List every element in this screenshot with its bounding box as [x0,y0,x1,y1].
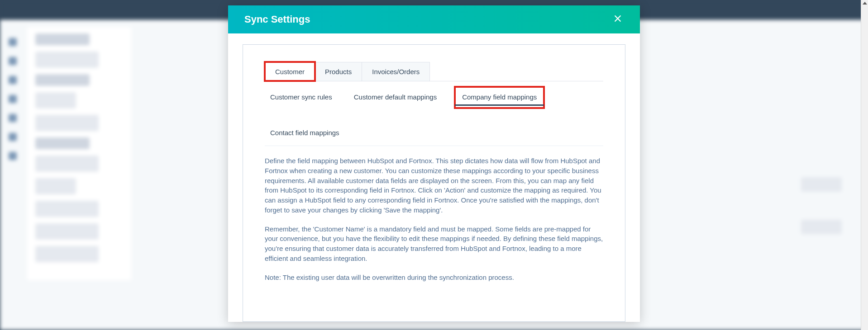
subtab-customer-sync-rules[interactable]: Customer sync rules [269,90,333,105]
modal-body: Customer Products Invoices/Orders Custom… [228,33,640,322]
close-button[interactable] [609,12,626,27]
tab-products[interactable]: Products [315,62,362,81]
modal-header: Sync Settings [228,5,640,33]
modal-title: Sync Settings [244,14,310,25]
tab-invoices-orders[interactable]: Invoices/Orders [362,62,430,81]
sync-settings-modal: Sync Settings Customer Products Invoices… [228,5,640,322]
description-paragraph-2: Remember, the 'Customer Name' is a manda… [265,224,603,264]
description-block: Define the field mapping between HubSpot… [265,156,603,282]
description-paragraph-3: Note: The existing user data will be ove… [265,273,603,283]
modal-overlay: Sync Settings Customer Products Invoices… [0,0,868,330]
subtab-company-field-mappings[interactable]: Company field mappings [458,90,541,105]
scroll-up-icon [863,2,867,5]
close-icon [613,14,623,24]
subtab-contact-field-mappings[interactable]: Contact field mappings [269,125,340,141]
subtab-customer-default-mappings[interactable]: Customer default mappings [353,90,438,105]
secondary-tabs: Customer sync rules Customer default map… [265,81,603,146]
tab-customer[interactable]: Customer [265,62,315,81]
description-paragraph-1: Define the field mapping between HubSpot… [265,156,603,215]
outer-scrollbar[interactable] [861,0,868,330]
primary-tabs: Customer Products Invoices/Orders [265,62,603,81]
content-frame[interactable]: Customer Products Invoices/Orders Custom… [243,44,625,322]
